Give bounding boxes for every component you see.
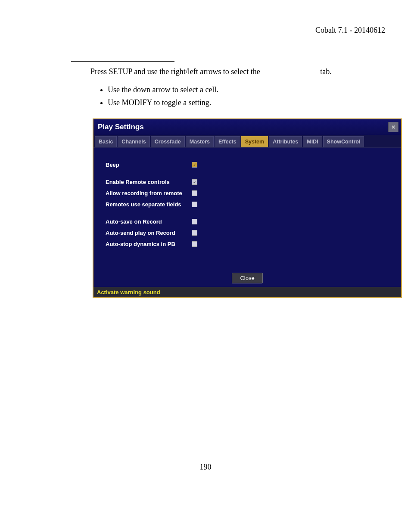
checkbox[interactable]: ✓ [192,179,197,185]
setting-label: Allow recording from remote [106,190,192,196]
setting-row: Enable Remote controls✓ [106,176,392,187]
setting-label: Remotes use separate fields [106,201,192,208]
section-rule [71,61,174,62]
tabs-bar: BasicChannelsCrossfadeMastersEffectsSyst… [93,135,401,148]
intro-text: Press SETUP and use the right/left arrow… [90,67,260,76]
setting-row: Beep✓ [106,159,392,170]
checkbox[interactable] [192,202,197,207]
tab-masters[interactable]: Masters [186,136,214,147]
setting-row: Auto-save on Record [106,216,392,227]
setting-group: Auto-save on RecordAuto-send play on Rec… [106,216,392,249]
setting-group: Beep✓ [106,159,392,170]
setting-row: Auto-stop dynamics in PB [106,238,392,249]
titlebar: Play Settings × [93,119,401,135]
instruction-list: Use the down arrow to select a cell. Use… [108,84,385,108]
setting-label: Enable Remote controls [106,179,192,185]
tab-system[interactable]: System [241,136,268,147]
hint-bar: Activate warning sound [93,287,401,297]
tab-attributes[interactable]: Attributes [269,136,302,147]
tab-effects[interactable]: Effects [215,136,240,147]
close-icon[interactable]: × [388,122,399,132]
checkbox[interactable]: ✓ [192,162,197,168]
tab-showcontrol[interactable]: ShowControl [323,136,364,147]
list-item: Use MODIFY to toggle a setting. [108,97,385,108]
intro-tail: tab. [320,67,332,76]
setting-label: Beep [106,162,192,168]
checkbox[interactable] [192,230,197,236]
play-settings-dialog: Play Settings × BasicChannelsCrossfadeMa… [93,118,402,298]
settings-panel: Beep✓Enable Remote controls✓Allow record… [93,148,401,263]
setting-label: Auto-send play on Record [106,230,192,236]
tab-basic[interactable]: Basic [95,136,117,147]
setting-row: Auto-send play on Record [106,227,392,238]
checkbox[interactable] [192,190,197,196]
checkbox[interactable] [192,219,197,224]
setting-row: Remotes use separate fields [106,199,392,210]
setting-label: Auto-stop dynamics in PB [106,241,192,247]
intro-paragraph: Press SETUP and use the right/left arrow… [90,66,385,77]
page-number: 190 [0,463,411,472]
setting-row: Allow recording from remote [106,187,392,199]
setting-label: Auto-save on Record [106,218,192,225]
dialog-title: Play Settings [98,123,144,131]
doc-header: Cobalt 7.1 - 20140612 [26,26,385,35]
close-button[interactable]: Close [232,273,262,283]
checkbox[interactable] [192,241,197,247]
tab-crossfade[interactable]: Crossfade [151,136,185,147]
tab-channels[interactable]: Channels [118,136,149,147]
list-item: Use the down arrow to select a cell. [108,84,385,95]
tab-midi[interactable]: MIDI [303,136,322,147]
close-area: Close [93,263,401,287]
setting-group: Enable Remote controls✓Allow recording f… [106,176,392,210]
